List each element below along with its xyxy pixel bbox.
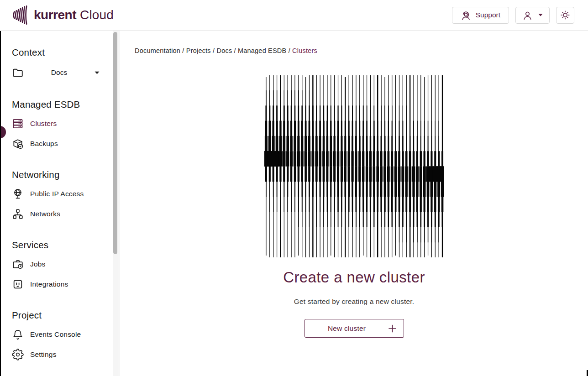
folder-icon: [12, 67, 24, 78]
section-label-managed-esdb: Managed ESDB: [12, 99, 120, 110]
header-actions: Support: [452, 7, 574, 24]
sidebar-scrollbar-thumb[interactable]: [113, 32, 117, 254]
gear-icon: [12, 349, 24, 360]
kurrent-waves-icon: [12, 5, 29, 25]
breadcrumb-separator: /: [286, 47, 292, 54]
breadcrumb-separator: /: [180, 47, 186, 54]
backup-box-check-icon: [12, 138, 24, 150]
server-stack-icon: [12, 118, 24, 130]
sidebar-item-events-console[interactable]: Events Console: [12, 324, 120, 345]
logo-brand: kurrent: [34, 8, 76, 22]
caret-down-icon: [538, 14, 543, 16]
breadcrumb-item[interactable]: Docs: [217, 47, 232, 54]
screen-edge-artifact-left: [0, 31, 1, 376]
sidebar-section-project: Project Events Console: [12, 310, 120, 365]
support-label: Support: [476, 11, 500, 19]
power-outlet-icon: [12, 278, 24, 290]
new-cluster-button-label: New cluster: [328, 324, 366, 333]
person-icon: [522, 10, 533, 21]
sidebar-item-label: Settings: [30, 350, 57, 359]
kurrent-cloud-logo: kurrent Cloud: [12, 5, 114, 25]
breadcrumb-item: Clusters: [292, 47, 317, 54]
globe-stand-icon: [12, 188, 24, 200]
sidebar-item-jobs[interactable]: Jobs: [12, 254, 120, 274]
logo-text: kurrent Cloud: [34, 8, 114, 22]
breadcrumb-separator: /: [232, 47, 238, 54]
sidebar-item-integrations[interactable]: Integrations: [12, 274, 120, 294]
sidebar-item-label: Backups: [30, 140, 58, 148]
empty-state-subtitle: Get started by creating a new cluster.: [294, 298, 414, 306]
section-label-services: Services: [12, 240, 120, 251]
bell-icon: [12, 329, 24, 340]
support-button[interactable]: Support: [452, 7, 509, 24]
sidebar: Context Docs Managed ESDB: [0, 31, 120, 376]
sidebar-item-networks[interactable]: Networks: [12, 204, 120, 224]
theme-toggle-button[interactable]: [556, 7, 574, 24]
sidebar-item-label: Events Console: [30, 330, 81, 339]
new-cluster-button[interactable]: New cluster: [304, 319, 404, 338]
sidebar-item-clusters[interactable]: Clusters: [12, 114, 120, 134]
sidebar-section-context: Context Docs: [12, 47, 120, 84]
network-nodes-icon: [12, 208, 24, 220]
sidebar-section-services: Services Jobs: [12, 240, 120, 294]
breadcrumb: Documentation / Projects / Docs / Manage…: [120, 31, 588, 54]
sidebar-item-label: Networks: [30, 210, 60, 218]
context-selector-docs[interactable]: Docs: [12, 62, 100, 84]
sidebar-item-label: Public IP Access: [30, 190, 84, 198]
section-label-networking: Networking: [12, 169, 120, 180]
main-content: Documentation / Projects / Docs / Manage…: [120, 31, 588, 376]
kurrent-cloud-app: kurrent Cloud Support: [0, 0, 588, 376]
logo-product: Cloud: [80, 8, 114, 22]
section-label-context: Context: [12, 47, 120, 58]
breadcrumb-item[interactable]: Documentation: [135, 47, 180, 54]
sidebar-item-settings[interactable]: Settings: [12, 345, 120, 365]
sidebar-section-managed-esdb: Managed ESDB: [12, 99, 120, 154]
breadcrumb-item[interactable]: Managed ESDB: [238, 47, 286, 54]
breadcrumb-separator: /: [211, 47, 217, 54]
sidebar-item-backups[interactable]: Backups: [12, 134, 120, 154]
empty-state-title: Create a new cluster: [283, 269, 425, 286]
user-menu-button[interactable]: [515, 7, 550, 24]
sidebar-section-networking: Networking Public: [12, 169, 120, 224]
section-label-project: Project: [12, 310, 120, 321]
sun-icon: [560, 10, 571, 21]
top-header: kurrent Cloud Support: [0, 0, 588, 31]
sidebar-item-public-ip-access[interactable]: Public IP Access: [12, 184, 120, 204]
briefcase-clock-icon: [12, 258, 24, 270]
sidebar-item-label: Clusters: [30, 120, 57, 128]
sidebar-scrollbar-track[interactable]: [113, 31, 119, 376]
empty-state: Create a new cluster Get started by crea…: [120, 54, 588, 338]
sidebar-item-label: Integrations: [30, 280, 68, 288]
breadcrumb-item[interactable]: Projects: [186, 47, 211, 54]
caret-down-icon: [94, 71, 100, 74]
plus-icon: [388, 324, 397, 333]
sidebar-item-label: Jobs: [30, 260, 46, 268]
headset-icon: [461, 10, 471, 21]
context-selected-value: Docs: [24, 68, 94, 77]
vertical-bars-artwork: [264, 75, 444, 257]
